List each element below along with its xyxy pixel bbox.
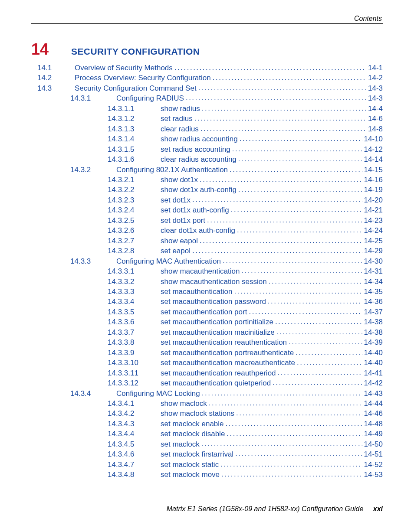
toc-entry[interactable]: 14.3.2.7show eapol14-25	[31, 236, 383, 246]
toc-entry-title: show dot1x auth-config	[152, 185, 237, 195]
toc-entry-title: show maclock	[152, 398, 207, 408]
toc-entry[interactable]: 14.3.3.8set macauthentication reauthenti…	[31, 337, 383, 347]
toc-leader-dots	[174, 62, 366, 72]
toc-entry-page: 14-40	[364, 358, 383, 368]
toc-entry[interactable]: 14.3.3.4set macauthentication password14…	[31, 297, 383, 307]
footer-page-number: xxi	[365, 505, 383, 512]
toc-entry[interactable]: 14.3.4.5set maclock14-50	[31, 439, 383, 449]
toc-entry[interactable]: 14.3.1.6clear radius accounting14-14	[31, 154, 383, 164]
toc-entry[interactable]: 14.3.4.6set maclock firstarrival14-51	[31, 449, 383, 459]
toc-entry-page: 14-43	[364, 388, 383, 398]
toc-entry[interactable]: 14.3.2.5set dot1x port14-23	[31, 215, 383, 225]
toc-entry[interactable]: 14.3.3.5set macauthentication port14-37	[31, 307, 383, 317]
toc-entry-page: 14-34	[364, 277, 383, 287]
toc-leader-dots	[241, 266, 362, 276]
toc-leader-dots	[202, 388, 362, 398]
toc-entry[interactable]: 14.3.3.11set macauthentication reauthper…	[31, 368, 383, 378]
toc-entry-title: set radius accounting	[152, 144, 230, 154]
toc-entry-page: 14-2	[368, 73, 383, 83]
toc-entry-page: 14-51	[364, 449, 383, 459]
toc-entry-title: set macauthentication password	[152, 297, 266, 307]
toc-leader-dots	[297, 357, 362, 367]
toc-entry-title: show maclock stations	[152, 408, 234, 418]
toc-entry[interactable]: 14.3.2.3set dot1x14-20	[31, 195, 383, 205]
footer-title: Matrix E1 Series (1G58x-09 and 1H582-xx)…	[167, 505, 364, 512]
toc-entry[interactable]: 14.3.1Configuring RADIUS14-3	[31, 93, 383, 103]
toc-entry-title: show dot1x	[152, 175, 198, 185]
toc-entry-number: 14.3.1	[31, 93, 108, 103]
toc-entry-page: 14-38	[364, 317, 383, 327]
toc-entry[interactable]: 14.3.3.1show macauthentication14-31	[31, 266, 383, 276]
toc-entry[interactable]: 14.3.2.2show dot1x auth-config14-19	[31, 185, 383, 195]
toc-entry[interactable]: 14.3Security Configuration Command Set14…	[31, 83, 383, 93]
toc-entry-page: 14-48	[364, 419, 383, 429]
toc-leader-dots	[238, 184, 362, 194]
toc-entry-page: 14-6	[368, 114, 383, 124]
toc-entry[interactable]: 14.2Process Overview: Security Configura…	[31, 73, 383, 83]
toc-entry-title: Configuring MAC Locking	[108, 388, 200, 398]
toc-entry-number: 14.3.3.2	[31, 277, 152, 287]
toc-entry[interactable]: 14.3.3.2show macauthentication session14…	[31, 277, 383, 287]
toc-entry-page: 14-3	[368, 83, 383, 93]
toc-entry[interactable]: 14.3.2.1show dot1x14-16	[31, 175, 383, 185]
toc-entry[interactable]: 14.3.1.2set radius14-6	[31, 114, 383, 124]
toc-entry-number: 14.3.2.6	[31, 225, 152, 235]
page-footer: Matrix E1 Series (1G58x-09 and 1H582-xx)…	[31, 505, 383, 513]
toc-entry[interactable]: 14.3.4.8set maclock move14-53	[31, 470, 383, 480]
toc-entry-number: 14.3.3.5	[31, 307, 152, 317]
toc-entry-title: set dot1x	[152, 195, 191, 205]
toc-entry[interactable]: 14.3.4Configuring MAC Locking14-43	[31, 388, 383, 398]
toc-entry[interactable]: 14.3.1.1show radius14-4	[31, 104, 383, 114]
toc-entry-number: 14.3.2.2	[31, 185, 152, 195]
toc-entry[interactable]: 14.3.3.12set macauthentication quietperi…	[31, 378, 383, 388]
toc-entry-page: 14-53	[364, 470, 383, 480]
toc-leader-dots	[278, 368, 362, 378]
toc-entry[interactable]: 14.3.2.8set eapol14-29	[31, 246, 383, 256]
toc-entry-number: 14.3.3.9	[31, 348, 152, 358]
toc-entry-page: 14-8	[368, 124, 383, 134]
toc-entry[interactable]: 14.3.3.10set macauthentication macreauth…	[31, 358, 383, 368]
toc-leader-dots	[200, 174, 362, 184]
toc-entry-title: set maclock enable	[152, 419, 224, 429]
toc-entry-page: 14-21	[364, 205, 383, 215]
toc-entry-page: 14-40	[364, 348, 383, 358]
toc-entry[interactable]: 14.3.1.4show radius accounting14-10	[31, 134, 383, 144]
toc-entry-title: set macauthentication macreauthenticate	[152, 358, 295, 368]
toc-leader-dots	[296, 347, 362, 357]
toc-entry[interactable]: 14.3.2Configuring 802.1X Authentication1…	[31, 165, 383, 175]
toc-entry[interactable]: 14.3.3Configuring MAC Authentication14-3…	[31, 256, 383, 266]
toc-entry-number: 14.3.1.6	[31, 154, 152, 164]
toc-entry[interactable]: 14.3.4.7set maclock static14-52	[31, 460, 383, 470]
toc-entry[interactable]: 14.3.3.3set macauthentication14-35	[31, 287, 383, 297]
toc-entry-page: 14-36	[364, 297, 383, 307]
toc-entry[interactable]: 14.3.2.6clear dot1x auth-config14-24	[31, 225, 383, 235]
toc-entry-title: set maclock move	[152, 470, 220, 480]
page: Contents 14 SECURITY CONFIGURATION 14.1O…	[0, 0, 414, 532]
toc-entry[interactable]: 14.3.4.2show maclock stations14-46	[31, 408, 383, 418]
toc-entry[interactable]: 14.3.4.1show maclock14-44	[31, 398, 383, 408]
toc-entry[interactable]: 14.1Overview of Security Methods14-1	[31, 63, 383, 73]
toc-entry-title: set macauthentication reauthperiod	[152, 368, 276, 378]
toc-entry[interactable]: 14.3.4.3set maclock enable14-48	[31, 419, 383, 429]
toc-entry-page: 14-25	[364, 236, 383, 246]
chapter-title: SECURITY CONFIGURATION	[71, 46, 200, 57]
toc-entry[interactable]: 14.3.1.5set radius accounting14-12	[31, 144, 383, 154]
toc-leader-dots	[202, 103, 366, 113]
toc-entry-title: set macauthentication quietperiod	[152, 378, 271, 388]
toc-entry-title: set radius	[152, 114, 193, 124]
toc-entry[interactable]: 14.3.3.9set macauthentication portreauth…	[31, 348, 383, 358]
toc-entry-page: 14-10	[364, 134, 383, 144]
toc-entry-number: 14.3.4.2	[31, 408, 152, 418]
toc-entry-page: 14-12	[364, 144, 383, 154]
toc-entry[interactable]: 14.3.3.7set macauthentication macinitial…	[31, 327, 383, 337]
toc-entry-number: 14.3.3.10	[31, 358, 152, 368]
toc-leader-dots	[220, 459, 362, 469]
toc-entry[interactable]: 14.3.3.6set macauthentication portinitia…	[31, 317, 383, 327]
toc-leader-dots	[194, 113, 366, 123]
toc-entry-number: 14.3.4.8	[31, 470, 152, 480]
toc-entry[interactable]: 14.3.4.4set maclock disable14-49	[31, 429, 383, 439]
toc-entry-page: 14-31	[364, 266, 383, 276]
toc-entry[interactable]: 14.3.1.3clear radius14-8	[31, 124, 383, 134]
toc-entry[interactable]: 14.3.2.4set dot1x auth-config14-21	[31, 205, 383, 215]
toc-entry-page: 14-50	[364, 439, 383, 449]
